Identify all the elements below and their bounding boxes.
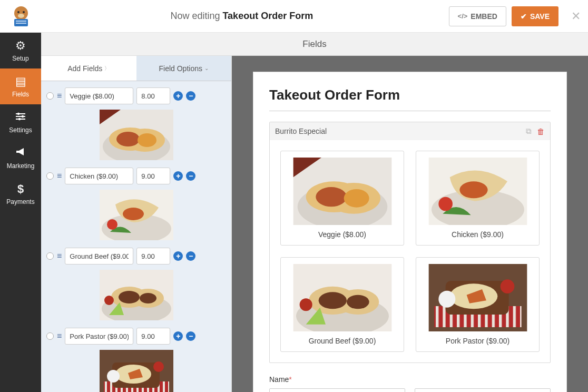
field-wrapper[interactable]: Burrito Especial ⧉ 🗑 Veggie ($8.00): [269, 122, 551, 363]
choice-label-input[interactable]: [65, 248, 133, 264]
name-field: Name*: [269, 375, 551, 392]
add-choice-button[interactable]: +: [173, 331, 183, 341]
choice-image: [292, 158, 393, 225]
field-label: Burrito Especial: [275, 127, 521, 135]
list-icon: ▤: [15, 75, 26, 89]
nav-marketing[interactable]: Marketing: [0, 140, 41, 176]
section-title: Fields: [41, 33, 588, 56]
svg-point-26: [14, 6, 28, 20]
add-choice-button[interactable]: +: [173, 171, 183, 181]
gear-icon: ⚙: [15, 39, 26, 53]
choice-caption: Chicken ($9.00): [452, 230, 504, 239]
chevron-right-icon: 〉: [104, 65, 110, 72]
choice-label-input[interactable]: [65, 87, 133, 104]
nav-fields[interactable]: ▤Fields: [0, 68, 41, 104]
save-button[interactable]: ✔ SAVE: [512, 6, 558, 26]
default-radio[interactable]: [46, 252, 54, 260]
choice-caption: Veggie ($8.00): [318, 230, 366, 239]
drag-handle-icon[interactable]: ≡: [57, 91, 62, 101]
editing-title: Now editing Takeout Order Form: [35, 11, 449, 22]
chevron-down-icon: ⌄: [204, 65, 209, 71]
remove-choice-button[interactable]: −: [186, 251, 195, 261]
svg-rect-31: [16, 21, 26, 22]
svg-point-29: [18, 14, 24, 18]
bullhorn-icon: [15, 146, 26, 160]
add-choice-button[interactable]: +: [173, 91, 183, 101]
svg-rect-32: [16, 23, 26, 24]
choice-card[interactable]: Pork Pastor ($9.00): [416, 257, 540, 352]
choice-thumbnail[interactable]: [100, 270, 173, 320]
choice-thumbnail[interactable]: [100, 190, 173, 240]
svg-point-36: [17, 113, 19, 115]
sliders-icon: [15, 111, 26, 124]
embed-icon: </>: [458, 12, 468, 20]
side-nav: ⚙Setup ▤Fields Settings Marketing $Payme…: [0, 33, 41, 392]
choice-thumbnail[interactable]: [100, 110, 173, 160]
close-icon[interactable]: ✕: [571, 9, 581, 23]
svg-point-27: [17, 11, 19, 13]
remove-choice-button[interactable]: −: [186, 331, 195, 341]
first-name-input[interactable]: [269, 388, 405, 392]
check-icon: ✔: [521, 12, 527, 21]
default-radio[interactable]: [46, 172, 54, 180]
form-title: Takeout Order Form: [269, 87, 551, 103]
choice-caption: Pork Pastor ($9.00): [446, 337, 509, 345]
default-radio[interactable]: [46, 92, 54, 100]
drag-handle-icon[interactable]: ≡: [57, 251, 62, 261]
app-logo: [7, 3, 35, 30]
add-choice-button[interactable]: +: [173, 251, 183, 261]
nav-settings[interactable]: Settings: [0, 104, 41, 140]
choice-image: [428, 158, 528, 225]
choice-label-input[interactable]: [65, 328, 133, 345]
choice-card[interactable]: Veggie ($8.00): [280, 151, 404, 246]
tab-field-options[interactable]: Field Options⌄: [136, 56, 232, 81]
field-options-panel[interactable]: ≡ + − ≡ + −: [41, 81, 231, 392]
choice-caption: Ground Beef ($9.00): [309, 337, 376, 345]
remove-choice-button[interactable]: −: [186, 91, 195, 101]
duplicate-icon[interactable]: ⧉: [526, 126, 532, 136]
choice-price-input[interactable]: [136, 248, 170, 264]
choice-label-input[interactable]: [65, 168, 133, 184]
choice-row: ≡ + −: [46, 246, 226, 267]
choice-row: ≡ + −: [46, 326, 226, 347]
choice-thumbnail[interactable]: [100, 350, 173, 392]
drag-handle-icon[interactable]: ≡: [57, 171, 62, 181]
choice-row: ≡ + −: [46, 165, 226, 187]
tab-add-fields[interactable]: Add Fields〉: [41, 56, 136, 81]
svg-point-28: [23, 11, 25, 13]
svg-point-37: [22, 115, 24, 117]
choice-price-input[interactable]: [136, 168, 170, 184]
nav-payments[interactable]: $Payments: [0, 176, 41, 212]
choice-card[interactable]: Ground Beef ($9.00): [280, 257, 404, 352]
dollar-icon: $: [17, 182, 24, 196]
choice-image: [292, 264, 393, 331]
embed-button[interactable]: </> EMBED: [449, 6, 506, 26]
remove-choice-button[interactable]: −: [186, 171, 195, 181]
form-preview[interactable]: Takeout Order Form Burrito Especial ⧉ 🗑 …: [232, 56, 588, 392]
last-name-input[interactable]: [415, 388, 551, 392]
choice-price-input[interactable]: [136, 87, 170, 104]
default-radio[interactable]: [46, 332, 54, 340]
choice-image: [428, 264, 528, 331]
choice-card[interactable]: Chicken ($9.00): [416, 151, 540, 246]
drag-handle-icon[interactable]: ≡: [57, 331, 62, 341]
svg-point-38: [18, 118, 21, 120]
choice-row: ≡ + −: [46, 85, 226, 106]
choice-price-input[interactable]: [136, 328, 170, 345]
name-label: Name*: [269, 375, 292, 384]
nav-setup[interactable]: ⚙Setup: [0, 33, 41, 68]
trash-icon[interactable]: 🗑: [537, 127, 545, 136]
